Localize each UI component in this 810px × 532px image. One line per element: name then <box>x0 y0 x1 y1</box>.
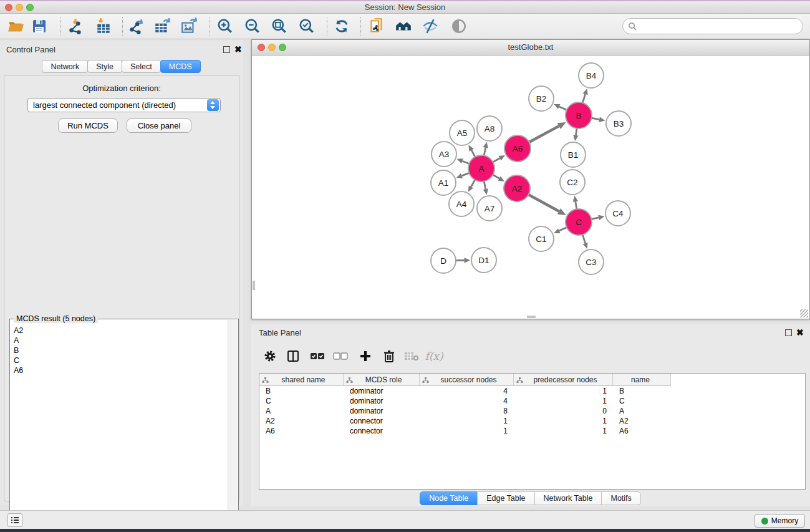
close-traffic-light[interactable] <box>258 44 265 51</box>
table-tab-motifs[interactable]: Motifs <box>601 491 640 505</box>
table-row[interactable]: Adominator80A <box>259 406 805 416</box>
control-tab-mcds[interactable]: MCDS <box>160 60 201 73</box>
import-network-button[interactable] <box>65 16 86 37</box>
graph-edge-B-B4[interactable] <box>582 89 587 103</box>
network-window-titlebar[interactable]: testGlobe.txt <box>252 40 809 56</box>
window-resize-grip[interactable] <box>800 309 808 317</box>
graph-node-D[interactable]: D <box>431 248 456 273</box>
close-traffic-light[interactable] <box>5 4 12 11</box>
table-row[interactable]: A6connector11A6 <box>259 426 805 436</box>
graph-node-B3[interactable]: B3 <box>606 111 631 136</box>
delete-table-button[interactable] <box>402 346 422 366</box>
graph-edge-A-A3[interactable] <box>457 158 470 163</box>
clone-network-button[interactable] <box>367 16 388 37</box>
column-header-MCDS-role[interactable]: MCDS role <box>344 374 420 386</box>
mcds-result-item[interactable]: A6 <box>10 365 227 375</box>
column-header-name[interactable]: name <box>613 374 671 386</box>
column-header-successor-nodes[interactable]: successor nodes <box>420 374 514 386</box>
delete-columns-button[interactable] <box>379 346 399 366</box>
graph-node-C[interactable]: C <box>566 209 592 235</box>
table-tab-edge-table[interactable]: Edge Table <box>477 491 534 505</box>
search-input[interactable] <box>637 22 803 31</box>
graph-node-A3[interactable]: A3 <box>432 142 456 167</box>
graph-node-C4[interactable]: C4 <box>605 201 630 226</box>
function-builder-button[interactable]: f(x) <box>424 346 444 366</box>
table-row[interactable]: Cdominator41C <box>259 396 805 406</box>
control-tab-style[interactable]: Style <box>87 60 122 73</box>
graph-edge-A-A6[interactable] <box>493 155 504 162</box>
show-panels-button[interactable] <box>7 513 22 527</box>
run-mcds-button[interactable]: Run MCDS <box>58 118 118 133</box>
unselect-all-columns-button[interactable] <box>330 346 350 366</box>
graph-edge-C-C3[interactable] <box>582 235 587 249</box>
table-tab-network-table[interactable]: Network Table <box>534 491 602 505</box>
graph-edge-A2-C[interactable] <box>528 195 566 215</box>
show-all-button[interactable] <box>393 16 414 37</box>
minimize-traffic-light[interactable] <box>268 44 276 51</box>
graph-edge-A-A5[interactable] <box>469 145 475 157</box>
graph-node-A[interactable]: A <box>468 155 494 181</box>
graph-edge-A6-B[interactable] <box>529 122 566 142</box>
graph-edge-A-A2[interactable] <box>493 175 504 181</box>
import-table-button[interactable] <box>93 16 114 37</box>
graph-edge-A-A8[interactable] <box>483 142 488 156</box>
minimize-traffic-light[interactable] <box>16 4 23 11</box>
mcds-result-item[interactable]: C <box>10 355 227 365</box>
graph-node-A6[interactable]: A6 <box>504 135 531 162</box>
graph-node-A7[interactable]: A7 <box>477 196 502 221</box>
save-session-button[interactable] <box>29 16 50 37</box>
close-panel-button[interactable]: Close panel <box>127 118 191 133</box>
graph-node-B2[interactable]: B2 <box>529 86 554 111</box>
export-table-button[interactable] <box>152 16 173 37</box>
network-canvas[interactable]: AA1A2A3A4A5A6A7A8BB1B2B3B4CC1C2C3C4DD1 <box>252 56 809 319</box>
graph-node-D1[interactable]: D1 <box>471 248 496 273</box>
zoom-in-button[interactable] <box>215 16 236 37</box>
close-panel-icon[interactable]: ✖ <box>234 44 242 54</box>
zoom-traffic-light[interactable] <box>26 4 34 11</box>
show-columns-button[interactable] <box>283 346 303 366</box>
select-all-columns-button[interactable] <box>307 346 327 366</box>
memory-button[interactable]: Memory <box>755 514 805 528</box>
zoom-selected-button[interactable] <box>296 16 317 37</box>
create-column-button[interactable] <box>355 346 375 366</box>
mcds-result-item[interactable]: A2 <box>10 326 227 336</box>
graph-node-C2[interactable]: C2 <box>560 170 585 195</box>
graph-edge-B-B1[interactable] <box>573 128 578 141</box>
graph-edge-A-A7[interactable] <box>483 181 488 195</box>
graph-node-B1[interactable]: B1 <box>561 142 586 167</box>
apply-layout-button[interactable] <box>331 16 352 37</box>
graph-edge-C-C1[interactable] <box>554 228 567 233</box>
zoom-traffic-light[interactable] <box>279 44 286 51</box>
table-settings-button[interactable] <box>260 346 280 366</box>
export-image-button[interactable] <box>178 16 200 37</box>
show-graphics-details-button[interactable] <box>448 16 470 37</box>
graph-node-B[interactable]: B <box>566 102 592 128</box>
graph-node-A8[interactable]: A8 <box>477 116 502 141</box>
graph-edge-D-D1[interactable] <box>456 258 470 263</box>
graph-node-A2[interactable]: A2 <box>504 175 530 201</box>
graph-node-C3[interactable]: C3 <box>579 249 604 274</box>
table-tab-node-table[interactable]: Node Table <box>420 491 478 505</box>
column-header-shared-name[interactable]: shared name <box>259 374 344 386</box>
search-field[interactable] <box>622 18 803 34</box>
close-panel-icon[interactable]: ✖ <box>796 327 804 337</box>
graph-node-A1[interactable]: A1 <box>431 170 456 195</box>
zoom-out-button[interactable] <box>242 16 263 37</box>
graph-edge-B-B2[interactable] <box>554 104 567 110</box>
float-window-icon[interactable] <box>785 329 792 336</box>
graph-edge-C-C2[interactable] <box>573 196 578 210</box>
table-row[interactable]: Bdominator41B <box>259 386 805 396</box>
graph-edge-C-C4[interactable] <box>591 215 604 220</box>
result-scrollbar[interactable] <box>228 320 238 531</box>
control-tab-network[interactable]: Network <box>42 60 88 73</box>
optimization-criterion-dropdown[interactable]: largest connected component (directed) <box>27 98 221 112</box>
graph-edge-B-B3[interactable] <box>592 117 605 122</box>
control-tab-select[interactable]: Select <box>122 60 161 73</box>
zoom-fit-button[interactable] <box>269 16 290 37</box>
graph-node-A5[interactable]: A5 <box>450 120 475 145</box>
graph-node-C1[interactable]: C1 <box>529 226 554 251</box>
table-row[interactable]: A2connector11A2 <box>259 416 805 426</box>
graph-edge-A-A1[interactable] <box>456 173 470 178</box>
export-network-button[interactable] <box>125 16 147 37</box>
open-session-button[interactable] <box>5 16 26 37</box>
